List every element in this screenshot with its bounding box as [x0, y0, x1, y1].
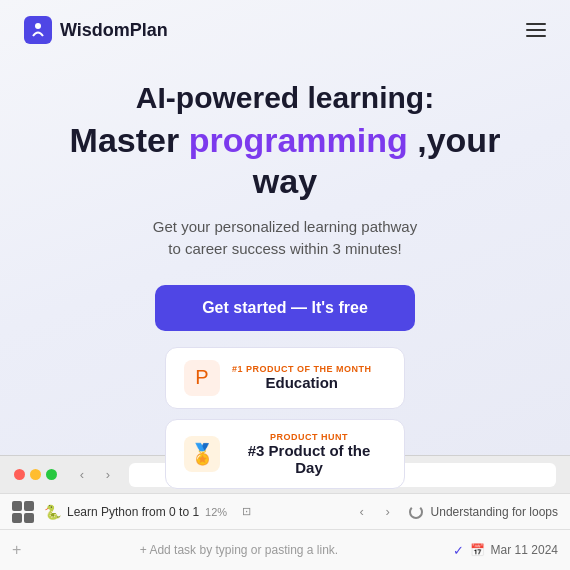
task-back-arrow[interactable]: ‹ — [351, 501, 373, 523]
apps-icon-q1 — [12, 501, 22, 511]
task-percent: 12% — [205, 506, 227, 518]
taskbar-top: 🐍 Learn Python from 0 to 1 12% ⊡ ‹ › Und… — [0, 494, 570, 530]
taskbar-bottom: + + Add task by typing or pasting a link… — [0, 530, 570, 570]
hero-subtitle-line1: Get your personalized learning pathway — [153, 218, 417, 235]
svg-point-0 — [35, 23, 41, 29]
hamburger-line-1 — [526, 23, 546, 25]
due-date-area: ✓ 📅 Mar 11 2024 — [453, 543, 558, 558]
task-emoji: 🐍 — [44, 504, 61, 520]
add-task-text[interactable]: + Add task by typing or pasting a link. — [140, 543, 338, 557]
due-date-text: Mar 11 2024 — [491, 543, 558, 557]
hero-subtitle: Get your personalized learning pathway t… — [153, 216, 417, 261]
badge-product-hunt: 🏅 Product Hunt #3 Product of the Day — [165, 419, 405, 489]
apps-icon[interactable] — [12, 501, 34, 523]
navbar: WisdomPlan — [0, 0, 570, 60]
logo-text: WisdomPlan — [60, 20, 168, 41]
hamburger-menu[interactable] — [526, 23, 546, 37]
hamburger-line-2 — [526, 29, 546, 31]
badge-product-main: Education — [232, 374, 372, 391]
apps-icon-q3 — [12, 513, 22, 523]
task-expand-icon[interactable]: ⊡ — [237, 503, 255, 521]
hero-title-highlight: programming — [189, 121, 408, 159]
badge-product-label: #1 Product of the Month — [232, 364, 372, 374]
task-forward-arrow[interactable]: › — [377, 501, 399, 523]
badge-hunt-text: Product Hunt #3 Product of the Day — [232, 432, 386, 476]
hero-title-line2: Master programming ,your way — [40, 120, 530, 202]
badge-hunt-label: Product Hunt — [232, 432, 386, 442]
check-icon: ✓ — [453, 543, 464, 558]
task-title: Learn Python from 0 to 1 — [67, 505, 199, 519]
taskbar-nav: ‹ › — [351, 501, 399, 523]
hero-title-line1: AI-powered learning: — [136, 80, 434, 116]
badge-product-icon: P — [184, 360, 220, 396]
apps-icon-q2 — [24, 501, 34, 511]
calendar-icon: 📅 — [470, 543, 485, 557]
task-item: 🐍 Learn Python from 0 to 1 12% — [44, 504, 227, 520]
hero-title-plain: Master — [70, 121, 189, 159]
subtask-area: Understanding for loops — [409, 505, 558, 519]
logo-area: WisdomPlan — [24, 16, 168, 44]
apps-icon-q4 — [24, 513, 34, 523]
badge-hunt-main: #3 Product of the Day — [232, 442, 386, 476]
badge-product-month: P #1 Product of the Month Education — [165, 347, 405, 409]
add-icon[interactable]: + — [12, 541, 21, 559]
hero-subtitle-line2: to career success within 3 minutes! — [168, 240, 401, 257]
logo-icon — [24, 16, 52, 44]
refresh-icon[interactable] — [409, 505, 423, 519]
subtask-title: Understanding for loops — [431, 505, 558, 519]
hamburger-line-3 — [526, 35, 546, 37]
badge-hunt-icon: 🏅 — [184, 436, 220, 472]
taskbar: 🐍 Learn Python from 0 to 1 12% ⊡ ‹ › Und… — [0, 493, 570, 570]
app-area: WisdomPlan AI-powered learning: Master p… — [0, 0, 570, 455]
badge-product-text: #1 Product of the Month Education — [232, 364, 372, 391]
cta-button[interactable]: Get started — It's free — [155, 285, 415, 331]
hero-section: AI-powered learning: Master programming … — [0, 60, 570, 499]
